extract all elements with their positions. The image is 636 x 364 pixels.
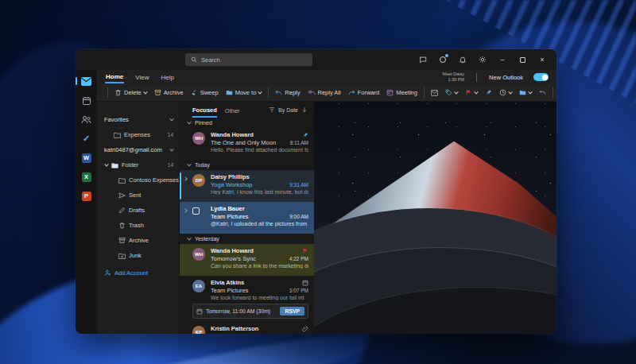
pencil-icon [118,207,126,214]
title-bar: Search – × [76,49,556,70]
archive-icon [154,89,161,96]
message-row-wanda-moon[interactable]: WH Wanda Howard The One and Only Moon 8:… [180,128,314,160]
rail-word-button[interactable]: W [80,152,93,164]
new-outlook-toggle[interactable] [533,73,549,81]
avatar: DP [192,174,205,187]
tab-view[interactable]: View [134,72,149,83]
section-yesterday[interactable]: Yesterday [180,234,314,244]
rail-people-button[interactable] [80,114,93,126]
search-bar[interactable]: Search [185,53,312,66]
sidebar-item-sent[interactable]: Sent [97,188,179,203]
undo-icon [539,89,546,96]
sidebar-item-folder[interactable]: Folder 14 [97,157,179,172]
reply-all-button[interactable]: Reply All [305,87,343,98]
archive-icon [118,237,126,244]
clock-icon [499,89,506,96]
mail-icon [81,77,91,86]
tag-icon [445,89,452,96]
tab-home[interactable]: Home [105,72,124,83]
flag-button[interactable] [463,87,480,98]
sidebar-item-contoso-expenses[interactable]: Contoso Expenses [97,172,179,188]
minimize-button[interactable]: – [498,55,507,64]
maximize-button[interactable] [518,55,527,64]
desktop-wallpaper: Search – × [0,0,636,364]
divider [107,87,108,98]
rail-powerpoint-button[interactable]: P [80,190,93,202]
tab-help[interactable]: Help [160,72,174,83]
excel-icon: X [82,172,91,182]
meeting-reminder[interactable]: Meet Daisy 1:30 PM [443,72,465,83]
favorites-header[interactable]: Favorites [97,112,179,127]
filter-icon[interactable] [269,106,275,113]
calendar-icon [196,308,203,315]
sidebar-item-trash[interactable]: Trash [97,218,179,233]
add-account-button[interactable]: Add Account [97,265,179,281]
message-row-wanda-sync[interactable]: WH Wanda Howard Tomorrow's Sync 4:22 PM … [180,244,314,276]
section-pinned[interactable]: Pinned [180,118,314,128]
move-to-button[interactable]: Move to [223,87,265,98]
notifications-bell-icon[interactable] [458,55,467,64]
select-checkbox[interactable] [192,207,200,215]
sidebar-item-expenses[interactable]: Expenses 14 [97,127,179,142]
reading-pane [314,102,556,334]
expanded-chevron-icon [104,161,109,166]
reminder-title: Meet Daisy [443,72,465,77]
avatar: WH [192,132,205,145]
search-icon [191,56,197,63]
sort-order-icon[interactable] [301,106,308,113]
presence-icon[interactable] [438,55,448,64]
expand-icon[interactable] [183,176,188,181]
unread-count: 14 [168,132,173,137]
reminder-time: 1:30 PM [443,77,465,83]
powerpoint-icon: P [82,192,91,201]
trash-icon [118,222,126,229]
section-today[interactable]: Today [180,160,314,170]
folder-arrow-icon [519,89,526,96]
snooze-button[interactable] [497,87,514,98]
rail-excel-button[interactable]: X [80,171,93,183]
meeting-button[interactable]: Meeting [384,87,420,98]
feedback-icon[interactable] [418,55,428,64]
tab-other[interactable]: Other [225,102,240,118]
archive-button[interactable]: Archive [152,87,186,98]
calendar-icon [82,96,91,106]
sidebar-item-junk[interactable]: Junk [97,248,179,263]
forward-button[interactable]: Forward [346,87,382,98]
delete-button[interactable]: Delete [112,87,149,98]
move-button[interactable] [517,87,534,98]
meeting-calendar-icon [386,89,394,96]
close-button[interactable]: × [537,55,547,64]
message-row-kristin[interactable]: KP Kristin Patterson [180,322,314,334]
categorize-button[interactable] [443,87,460,98]
sweep-button[interactable]: Sweep [188,87,221,98]
meeting-time-label: Tomorrow, 11:00 AM (30m) [206,308,270,314]
reply-button[interactable]: Reply [273,87,302,98]
envelope-icon [431,90,438,96]
message-row-lydia[interactable]: Lydia Bauer Team Pictures 9:00 AM @Katri… [180,202,314,234]
message-row-elvia[interactable]: EA Elvia Atkins Team Pictures 3:07 PM We… [180,276,314,322]
folder-icon [111,162,118,168]
divider [424,87,425,98]
flagged-icon [302,248,308,254]
todo-check-icon: ✓ [83,134,90,144]
pin-button[interactable] [483,87,494,98]
rsvp-button[interactable]: RSVP [280,307,304,316]
expand-icon[interactable] [183,208,188,213]
person-add-icon [104,269,111,277]
message-row-daisy[interactable]: DP Daisy Phillips Yoga Workshop 9:31 AM … [180,170,314,202]
settings-gear-icon[interactable] [478,55,487,64]
rail-calendar-button[interactable] [80,95,93,106]
ribbon-toolbar: New Mail Delete [97,84,556,102]
rail-mail-button[interactable] [80,76,93,87]
tab-focused[interactable]: Focused [192,102,217,118]
undo-button[interactable] [537,87,549,98]
sidebar-item-drafts[interactable]: Drafts [97,203,179,218]
junk-folder-icon [118,253,126,259]
sort-by-date[interactable]: By Date [278,107,298,113]
search-placeholder: Search [201,56,220,64]
read-unread-button[interactable] [429,88,440,98]
rail-todo-button[interactable]: ✓ [80,133,93,145]
account-header[interactable]: katri0487@gmail.com [97,142,179,157]
sidebar-item-archive[interactable]: Archive [97,233,179,248]
send-icon [118,192,126,199]
